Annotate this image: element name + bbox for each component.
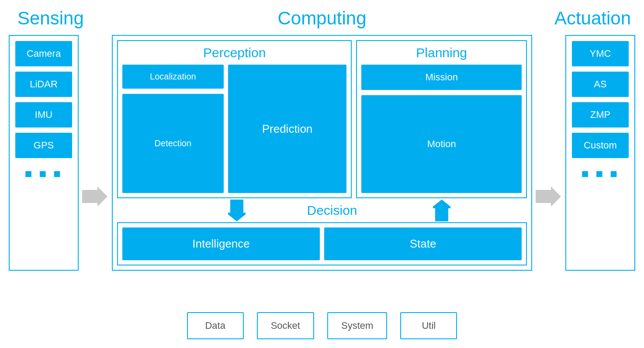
planning-box: Planning Mission Motion (356, 40, 527, 198)
detection-box: Detection (122, 94, 224, 193)
utility-system: System (327, 312, 387, 339)
state-box: State (324, 227, 522, 260)
arrow-up-svg (433, 200, 450, 221)
decision-label-float: Decision (307, 203, 357, 218)
prediction-box: Prediction (228, 65, 347, 193)
header-actuation: Actuation (554, 8, 631, 29)
localization-box: Localization (122, 65, 224, 89)
svg-marker-2 (433, 200, 450, 221)
arrow-down-svg (228, 200, 246, 221)
diagram-container: Sensing Computing Actuation Camera LiDAR… (0, 0, 644, 348)
arrow-computing-to-actuation (536, 186, 562, 207)
sensing-gps: GPS (15, 133, 72, 158)
main-row: Camera LiDAR IMU GPS ■ ■ ■ Perception (0, 35, 644, 271)
arrow-down-cell: Decision (117, 198, 356, 222)
actuation-column: YMC AS ZMP Custom ■ ■ ■ (565, 35, 635, 271)
decision-inner: Intelligence State (122, 227, 522, 260)
perception-inner: Localization Detection Prediction (122, 65, 346, 193)
perception-title: Perception (122, 45, 346, 60)
perception-planning-wrapper: Perception Localization Detection Predic… (117, 40, 527, 198)
actuation-dots: ■ ■ ■ (582, 167, 619, 181)
sensing-column: Camera LiDAR IMU GPS ■ ■ ■ (9, 35, 79, 271)
utility-util: Util (400, 312, 457, 339)
arrow-up-cell (356, 198, 527, 222)
mission-box: Mission (361, 65, 522, 90)
header-sensing: Sensing (17, 8, 84, 29)
sensing-imu: IMU (15, 102, 72, 127)
localization-detection-col: Localization Detection (122, 65, 224, 193)
actuation-as: AS (572, 72, 629, 97)
sensing-dots: ■ ■ ■ (25, 167, 62, 181)
planning-inner: Mission Motion (361, 65, 522, 193)
svg-marker-0 (82, 186, 107, 207)
utility-socket: Socket (257, 312, 314, 339)
actuation-custom: Custom (572, 133, 629, 158)
motion-box: Motion (361, 95, 522, 193)
planning-title: Planning (361, 45, 522, 60)
actuation-ymc: YMC (572, 41, 629, 66)
utilities-row: Data Socket System Util (0, 312, 644, 339)
actuation-zmp: ZMP (572, 102, 629, 127)
utility-data: Data (187, 312, 244, 339)
sensing-camera: Camera (15, 41, 72, 66)
inner-layout: Perception Localization Detection Predic… (117, 40, 527, 265)
sensing-lidar: LiDAR (15, 72, 72, 97)
header-computing: Computing (277, 8, 366, 29)
arrow-sensing-to-computing (82, 186, 108, 207)
computing-section: Perception Localization Detection Predic… (112, 35, 532, 271)
arrows-row: Decision (117, 198, 527, 222)
decision-section: Intelligence State (117, 222, 527, 265)
svg-marker-3 (536, 186, 561, 207)
intelligence-box: Intelligence (122, 227, 320, 260)
svg-marker-1 (228, 200, 246, 221)
perception-box: Perception Localization Detection Predic… (117, 40, 352, 198)
